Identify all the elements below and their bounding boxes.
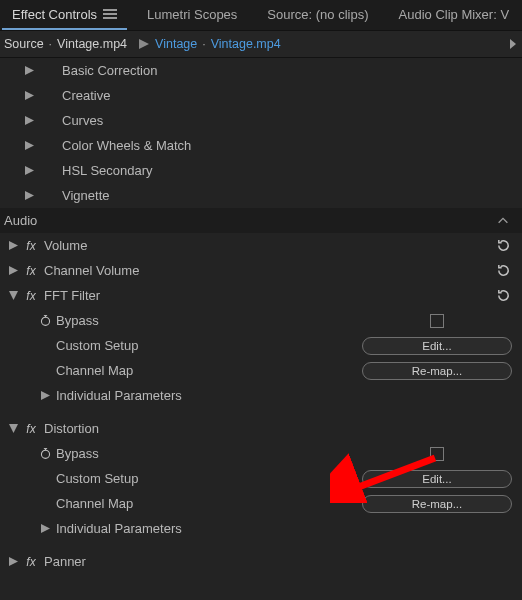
svg-marker-4 xyxy=(25,141,34,150)
svg-point-15 xyxy=(41,450,49,458)
tab-label: Lumetri Scopes xyxy=(147,7,237,22)
chevron-right-icon[interactable] xyxy=(38,522,52,536)
effect-fft-filter-row[interactable]: fx FFT Filter xyxy=(0,283,522,308)
svg-marker-7 xyxy=(9,241,18,250)
effect-panner-row[interactable]: fx Panner xyxy=(0,549,522,574)
section-label: Basic Correction xyxy=(62,63,157,78)
breadcrumb-sequence[interactable]: Vintage xyxy=(155,37,197,51)
breadcrumb-dot: · xyxy=(49,37,52,51)
lumetri-curves-row[interactable]: Curves xyxy=(0,108,522,133)
chevron-down-icon[interactable] xyxy=(6,289,20,303)
section-label: Curves xyxy=(62,113,103,128)
distortion-individual-params-row[interactable]: Individual Parameters xyxy=(0,516,522,541)
prop-label: Custom Setup xyxy=(56,471,138,486)
prop-label: Channel Map xyxy=(56,363,133,378)
panel-menu-icon[interactable] xyxy=(103,9,117,19)
chevron-right-icon[interactable] xyxy=(22,64,36,78)
breadcrumb-source-clip[interactable]: Vintage.mp4 xyxy=(57,37,127,51)
lumetri-basic-correction-row[interactable]: Basic Correction xyxy=(0,58,522,83)
bypass-checkbox[interactable] xyxy=(430,314,444,328)
button-label: Re-map... xyxy=(412,365,463,377)
effect-label: Distortion xyxy=(44,421,99,436)
chevron-right-icon[interactable] xyxy=(6,264,20,278)
edit-button[interactable]: Edit... xyxy=(362,337,512,355)
svg-marker-18 xyxy=(41,524,50,533)
svg-marker-9 xyxy=(9,291,18,300)
prop-label: Channel Map xyxy=(56,496,133,511)
edit-button[interactable]: Edit... xyxy=(362,470,512,488)
chevron-right-icon[interactable] xyxy=(22,139,36,153)
tab-lumetri-scopes[interactable]: Lumetri Scopes xyxy=(137,0,247,30)
tab-label: Audio Clip Mixer: V xyxy=(399,7,510,22)
svg-point-10 xyxy=(41,317,49,325)
fft-bypass-row[interactable]: Bypass xyxy=(0,308,522,333)
lumetri-creative-row[interactable]: Creative xyxy=(0,83,522,108)
section-label: Audio xyxy=(4,213,37,228)
chevron-right-icon[interactable] xyxy=(22,114,36,128)
fft-individual-params-row[interactable]: Individual Parameters xyxy=(0,383,522,408)
fx-icon[interactable]: fx xyxy=(24,555,38,569)
stopwatch-icon[interactable] xyxy=(38,314,52,328)
svg-marker-6 xyxy=(25,191,34,200)
stopwatch-icon[interactable] xyxy=(38,447,52,461)
prop-label: Individual Parameters xyxy=(56,388,182,403)
reset-icon[interactable] xyxy=(494,262,512,280)
distortion-channel-map-row: Channel Map Re-map... xyxy=(0,491,522,516)
source-breadcrumb-row: Source · Vintage.mp4 Vintage · Vintage.m… xyxy=(0,30,522,58)
chevron-right-icon[interactable] xyxy=(22,189,36,203)
svg-marker-3 xyxy=(25,116,34,125)
reset-icon[interactable] xyxy=(494,237,512,255)
chevron-right-icon[interactable] xyxy=(6,239,20,253)
remap-button[interactable]: Re-map... xyxy=(362,495,512,513)
svg-marker-5 xyxy=(25,166,34,175)
svg-marker-13 xyxy=(41,391,50,400)
distortion-bypass-row[interactable]: Bypass xyxy=(0,441,522,466)
button-label: Edit... xyxy=(422,473,451,485)
fft-channel-map-row: Channel Map Re-map... xyxy=(0,358,522,383)
svg-marker-14 xyxy=(9,424,18,433)
chevron-down-icon[interactable] xyxy=(6,422,20,436)
lumetri-colorwheels-row[interactable]: Color Wheels & Match xyxy=(0,133,522,158)
timeline-play-icon[interactable] xyxy=(510,39,516,49)
section-label: Color Wheels & Match xyxy=(62,138,191,153)
lumetri-vignette-row[interactable]: Vignette xyxy=(0,183,522,208)
svg-marker-8 xyxy=(9,266,18,275)
effect-volume-row[interactable]: fx Volume xyxy=(0,233,522,258)
fx-icon[interactable]: fx xyxy=(24,289,38,303)
svg-marker-0 xyxy=(139,39,149,49)
effect-controls-panel: Basic Correction Creative Curves Color W… xyxy=(0,58,522,600)
effect-channel-volume-row[interactable]: fx Channel Volume xyxy=(0,258,522,283)
breadcrumb-sequence-clip[interactable]: Vintage.mp4 xyxy=(211,37,281,51)
section-label: Vignette xyxy=(62,188,109,203)
prop-label: Bypass xyxy=(56,313,99,328)
chevron-right-icon[interactable] xyxy=(6,555,20,569)
effect-distortion-row[interactable]: fx Distortion xyxy=(0,416,522,441)
remap-button[interactable]: Re-map... xyxy=(362,362,512,380)
section-label: Creative xyxy=(62,88,110,103)
chevron-right-icon[interactable] xyxy=(22,164,36,178)
effect-label: Channel Volume xyxy=(44,263,139,278)
lumetri-hsl-row[interactable]: HSL Secondary xyxy=(0,158,522,183)
prop-label: Individual Parameters xyxy=(56,521,182,536)
button-label: Re-map... xyxy=(412,498,463,510)
breadcrumb-expand-icon[interactable] xyxy=(137,37,151,51)
audio-section-header[interactable]: Audio xyxy=(0,208,522,233)
prop-label: Custom Setup xyxy=(56,338,138,353)
tab-label: Source: (no clips) xyxy=(267,7,368,22)
distortion-custom-setup-row: Custom Setup Edit... xyxy=(0,466,522,491)
fx-icon[interactable]: fx xyxy=(24,239,38,253)
chevron-right-icon[interactable] xyxy=(38,389,52,403)
bypass-checkbox[interactable] xyxy=(430,447,444,461)
tab-audio-clip-mixer[interactable]: Audio Clip Mixer: V xyxy=(389,0,520,30)
chevron-right-icon[interactable] xyxy=(22,89,36,103)
tab-source[interactable]: Source: (no clips) xyxy=(257,0,378,30)
tab-label: Effect Controls xyxy=(12,7,97,22)
svg-marker-2 xyxy=(25,91,34,100)
effect-label: Panner xyxy=(44,554,86,569)
effect-label: Volume xyxy=(44,238,87,253)
scroll-up-icon[interactable] xyxy=(494,212,512,230)
fx-icon[interactable]: fx xyxy=(24,422,38,436)
tab-effect-controls[interactable]: Effect Controls xyxy=(2,0,127,30)
fx-icon[interactable]: fx xyxy=(24,264,38,278)
reset-icon[interactable] xyxy=(494,287,512,305)
